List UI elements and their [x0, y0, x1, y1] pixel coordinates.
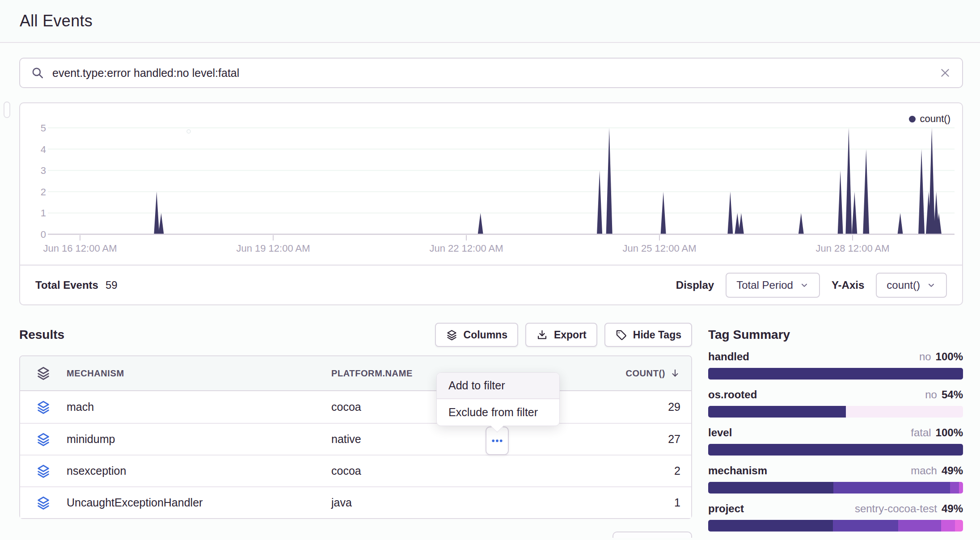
tag-top-value: no: [925, 388, 937, 401]
tag-bar-segment: [833, 520, 898, 532]
tag-item-handled: handled no 100%: [708, 350, 963, 380]
menu-item-add-to-filter[interactable]: Add to filter: [437, 373, 559, 399]
tag-item-mechanism: mechanism mach 49%: [708, 464, 963, 494]
layers-icon: [446, 329, 458, 341]
svg-text:2: 2: [41, 186, 46, 198]
table-row[interactable]: minidump native 27: [20, 423, 691, 455]
events-chart-panel: 012345Jun 16 12:00 AMJun 19 12:00 AMJun …: [19, 102, 963, 305]
tag-item-os-rooted: os.rooted no 54%: [708, 388, 963, 418]
ellipsis-icon: [490, 434, 504, 447]
column-header-mechanism[interactable]: MECHANISM: [67, 368, 331, 379]
tag-bar-segment: [898, 520, 941, 532]
clear-search-icon[interactable]: [939, 67, 951, 79]
tag-bar-segment: [708, 520, 833, 532]
layers-icon: [36, 366, 51, 381]
cell-mechanism: UncaughtExceptionHandler: [67, 496, 331, 509]
yaxis-dropdown[interactable]: count(): [876, 273, 947, 298]
tag-top-value: fatal: [911, 426, 931, 439]
svg-text:4: 4: [41, 144, 46, 155]
search-input[interactable]: [52, 67, 931, 80]
chart-legend[interactable]: count(): [909, 113, 950, 125]
tag-bar-segment: [708, 368, 963, 380]
table-row[interactable]: UncaughtExceptionHandler java 1: [20, 486, 691, 518]
page-body: 012345Jun 16 12:00 AMJun 19 12:00 AMJun …: [0, 58, 980, 540]
cell-platform: native: [331, 433, 548, 446]
layers-icon: [36, 400, 51, 415]
download-icon: [536, 329, 548, 341]
tag-name: mechanism: [708, 464, 767, 477]
display-dropdown[interactable]: Total Period: [726, 273, 820, 298]
export-button-label: Export: [554, 329, 587, 341]
layers-icon: [36, 464, 51, 479]
cell-mechanism: nsexception: [67, 464, 331, 477]
layers-icon: [36, 432, 51, 447]
search-icon: [31, 66, 44, 80]
tag-percent: 49%: [942, 464, 963, 477]
results-section: Results Columns Export: [19, 323, 692, 538]
legend-dot: [909, 116, 916, 122]
tag-bar-segment: [950, 482, 959, 494]
hide-tags-button[interactable]: Hide Tags: [604, 323, 692, 347]
yaxis-dropdown-value: count(): [887, 279, 920, 291]
chart-footer: Total Events 59 Display Total Period Y-A…: [20, 265, 962, 304]
tag-bar-segment: [833, 482, 950, 494]
total-events-label: Total Events: [35, 279, 98, 291]
tag-bar-segment: [959, 482, 963, 494]
tag-distribution-bar[interactable]: [708, 368, 963, 380]
tag-bar-segment: [708, 482, 833, 494]
column-header-count[interactable]: COUNT(): [625, 368, 691, 379]
tag-distribution-bar[interactable]: [708, 444, 963, 456]
results-heading: Results: [19, 328, 64, 342]
layers-icon: [36, 495, 51, 510]
results-table: MECHANISM PLATFORM.NAME COUNT() mach coc…: [19, 355, 692, 519]
svg-text:0: 0: [41, 229, 46, 240]
search-bar: [19, 58, 963, 88]
sort-descending-arrow-icon: [670, 368, 680, 379]
columns-button[interactable]: Columns: [435, 323, 518, 347]
table-header-row: MECHANISM PLATFORM.NAME COUNT(): [20, 356, 691, 391]
tag-name: handled: [708, 350, 749, 363]
tag-bar-segment: [941, 520, 955, 532]
tag-top-value: sentry-cocoa-test: [855, 502, 937, 515]
tag-bar-segment: [846, 406, 963, 418]
legend-label: count(): [920, 113, 950, 125]
tag-bar-segment: [708, 444, 963, 456]
events-chart: 012345Jun 16 12:00 AMJun 19 12:00 AMJun …: [20, 103, 962, 265]
cell-platform: cocoa: [331, 464, 548, 477]
tag-name: os.rooted: [708, 388, 757, 401]
chevron-down-icon: [926, 280, 936, 290]
tag-item-level: level fatal 100%: [708, 426, 963, 456]
tag-distribution-bar[interactable]: [708, 406, 963, 418]
app-header: All Events: [0, 0, 980, 43]
tag-percent: 100%: [936, 426, 963, 439]
export-button[interactable]: Export: [525, 323, 597, 347]
tag-bar-segment: [708, 406, 846, 418]
yaxis-label: Y-Axis: [832, 279, 864, 291]
cell-mechanism: minidump: [67, 433, 331, 446]
svg-text:Jun 16 12:00 AM: Jun 16 12:00 AM: [43, 243, 117, 254]
svg-text:Jun 25 12:00 AM: Jun 25 12:00 AM: [622, 243, 696, 254]
tag-summary-heading: Tag Summary: [708, 323, 963, 347]
hide-tags-button-label: Hide Tags: [633, 329, 681, 341]
display-dropdown-value: Total Period: [736, 279, 793, 291]
cell-platform: java: [331, 496, 548, 509]
tag-icon: [615, 329, 627, 341]
svg-text:1: 1: [41, 207, 46, 219]
cell-count: 1: [674, 496, 691, 509]
display-label: Display: [676, 279, 714, 291]
tag-name: project: [708, 502, 744, 515]
tag-summary-section: Tag Summary handled no 100% os.rooted no…: [708, 323, 963, 540]
tag-distribution-bar[interactable]: [708, 482, 963, 494]
table-row[interactable]: mach cocoa 29: [20, 391, 691, 423]
tag-distribution-bar[interactable]: [708, 520, 963, 532]
svg-text:Jun 19 12:00 AM: Jun 19 12:00 AM: [236, 243, 310, 254]
table-row[interactable]: nsexception cocoa 2: [20, 455, 691, 486]
cell-count: 27: [668, 433, 691, 446]
scroll-handle-artifact: [4, 101, 10, 118]
cell-count: 29: [668, 401, 691, 413]
chart-canvas: 012345Jun 16 12:00 AMJun 19 12:00 AMJun …: [20, 103, 962, 265]
columns-button-label: Columns: [464, 329, 507, 341]
cell-mechanism: mach: [67, 401, 331, 413]
pagination-control-cutoff[interactable]: [612, 532, 692, 538]
svg-text:5: 5: [41, 122, 46, 134]
